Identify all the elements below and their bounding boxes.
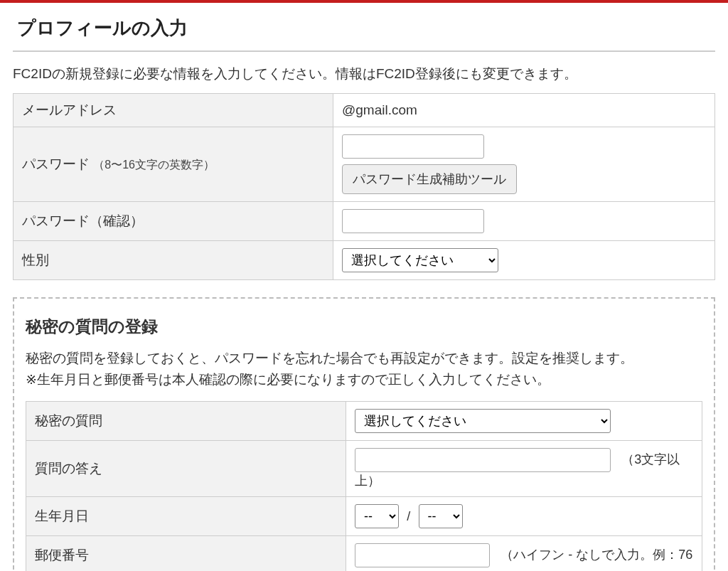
secret-description: 秘密の質問を登録しておくと、パスワードを忘れた場合でも再設定ができます。設定を推…: [26, 348, 702, 391]
intro-text: FC2IDの新規登録に必要な情報を入力してください。情報はFC2ID登録後にも変…: [13, 52, 715, 93]
password-generator-button[interactable]: パスワード生成補助ツール: [342, 164, 517, 194]
password-confirm-input[interactable]: [342, 209, 484, 233]
row-gender: 性別 選択してください: [14, 241, 715, 280]
label-email: メールアドレス: [14, 94, 333, 127]
label-secret-question: 秘密の質問: [26, 401, 346, 440]
birth-month-select[interactable]: --: [355, 504, 399, 528]
secret-question-select[interactable]: 選択してください: [355, 409, 611, 433]
top-accent-bar: [0, 0, 728, 3]
label-secret-answer: 質問の答え: [26, 440, 346, 496]
password-note: （8〜16文字の英数字）: [93, 159, 215, 171]
row-email: メールアドレス @gmail.com: [14, 94, 715, 127]
label-password-confirm: パスワード（確認）: [14, 202, 333, 241]
secret-title: 秘密の質問の登録: [26, 316, 702, 338]
label-password: パスワード （8〜16文字の英数字）: [14, 127, 333, 202]
row-secret-answer: 質問の答え （3文字以上）: [26, 440, 702, 496]
secret-question-section: 秘密の質問の登録 秘密の質問を登録しておくと、パスワードを忘れた場合でも再設定が…: [13, 297, 715, 571]
secret-answer-input[interactable]: [355, 448, 611, 472]
postal-hint: （ハイフン - なしで入力。例：76: [500, 548, 692, 562]
birth-day-select[interactable]: --: [419, 504, 463, 528]
row-secret-question: 秘密の質問 選択してください: [26, 401, 702, 440]
postal-input[interactable]: [355, 543, 490, 567]
row-birthdate: 生年月日 -- / --: [26, 496, 702, 535]
label-postal: 郵便番号: [26, 535, 346, 571]
row-password: パスワード （8〜16文字の英数字） パスワード生成補助ツール: [14, 127, 715, 202]
label-gender: 性別: [14, 241, 333, 280]
gender-select[interactable]: 選択してください: [342, 248, 498, 272]
label-birthdate: 生年月日: [26, 496, 346, 535]
secret-form-table: 秘密の質問 選択してください 質問の答え （3文字以上） 生年月日: [26, 401, 702, 571]
password-input[interactable]: [342, 134, 484, 159]
value-email: @gmail.com: [333, 94, 715, 127]
row-postal: 郵便番号 （ハイフン - なしで入力。例：76: [26, 535, 702, 571]
row-password-confirm: パスワード（確認）: [14, 202, 715, 241]
profile-form-table: メールアドレス @gmail.com パスワード （8〜16文字の英数字） パス…: [13, 93, 715, 280]
date-separator: /: [407, 509, 410, 524]
page-title: プロフィールの入力: [13, 16, 715, 52]
